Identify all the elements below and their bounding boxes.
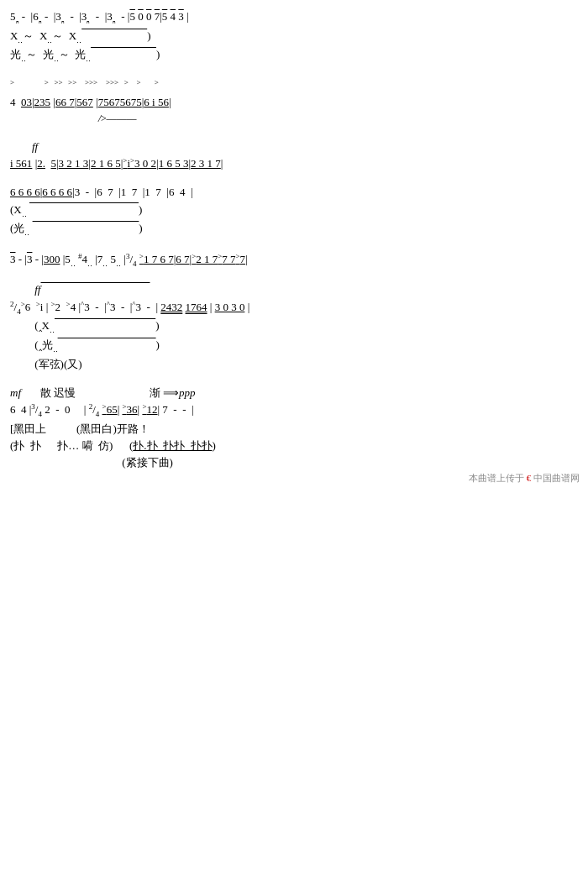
section-6-row0: ff [10,281,578,298]
section-6-row4: (军弦)(又) [10,356,578,373]
watermark-text: 本曲谱上传于 [469,473,524,483]
section-4-row2: (X‥ ) [10,202,578,221]
section-4: 6 6 6 6|6 6 6 6|3 - |6 7 |1 7 |1 7 |6 4 … [10,184,578,239]
section-7-row2: [黑田上 (黑田白)开路！ [10,421,578,438]
section-5-row1: 3 - |3 - |300 |5‥ #4‥ |7‥ 5‥ |3/4 >1 7 6… [10,251,578,270]
section-1: 5ₙ - |6ₙ - |3ₙ - |3ₙ - |3ₙ - |5 0 0 7|5 … [10,8,578,66]
music-score-page: 5ₙ - |6ₙ - |3ₙ - |3ₙ - |3ₙ - |5 0 0 7|5 … [0,0,588,491]
section-7-row0: mf 散 迟慢 渐 ⟹ppp [10,385,578,401]
section-7-row3: (扑 扑 扑… 嗬 仿) (扑.扑 扑扑 扑扑) [10,438,578,454]
section-1-row1: 5ₙ - |6ₙ - |3ₙ - |3ₙ - |3ₙ - |5 0 0 7|5 … [10,8,578,28]
section-3-row1: i 561 |2. 5|3 2 1 3|2 1 6 5|>i>3 0 2|1 6… [10,155,578,172]
section-6-row2: (‸X‥ ) [10,317,578,337]
watermark: 本曲谱上传于 € 中国曲谱网 [469,472,580,485]
section-4-row3: (光‥ ) [10,220,578,239]
section-7-row4: (紧接下曲) [10,454,578,471]
section-3: ff i 561 |2. 5|3 2 1 3|2 1 6 5|>i>3 0 2|… [10,139,578,173]
section-6-row1: 2/4>6 >i | >2 >4 |^3 - |^3 - |^3 - | 243… [10,299,578,318]
section-6-row3: (‸光‥ ) [10,337,578,356]
section-2: > > >> >> >>> >>> > > > 4 03|235 |66 7|5… [10,77,578,127]
section-1-row3: 光‥～ 光‥～ 光‥ ) [10,46,578,66]
watermark-icon: € [527,473,532,483]
section-3-row0: ff [10,139,578,155]
section-2-crescendo: />——— [10,111,578,127]
section-1-row2: X‥～ X‥～ X‥ ) [10,28,578,47]
section-7-row1: 6 4 |3/4 2 - 0 | 2/4 >65| >36| >12| 7 - … [10,401,578,421]
watermark-site: 中国曲谱网 [533,473,580,483]
section-5: 3 - |3 - |300 |5‥ #4‥ |7‥ 5‥ |3/4 >1 7 6… [10,251,578,270]
section-4-row1: 6 6 6 6|6 6 6 6|3 - |6 7 |1 7 |1 7 |6 4 … [10,184,578,201]
section-7: mf 散 迟慢 渐 ⟹ppp 6 4 |3/4 2 - 0 | 2/4 >65|… [10,385,578,471]
section-2-row1: > > >> >> >>> >>> > > > 4 03|235 |66 7|5… [10,77,578,112]
section-6: ff 2/4>6 >i | >2 >4 |^3 - |^3 - |^3 - | … [10,281,578,372]
